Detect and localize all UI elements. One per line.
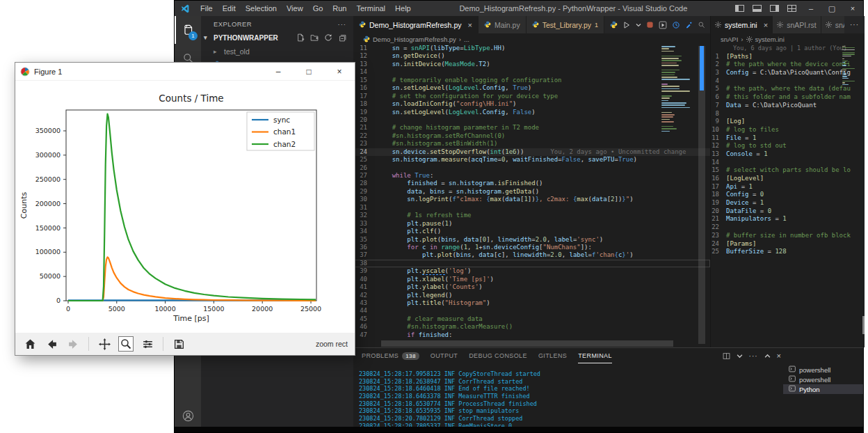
code-text: plt.title("Histogram") xyxy=(377,299,490,307)
jupyter-icon[interactable] xyxy=(646,21,654,29)
right-breadcrumb[interactable]: snAPI › system.ini xyxy=(711,33,865,45)
python-interactive-icon[interactable] xyxy=(610,21,618,29)
tab-system.ini[interactable]: system.ini× xyxy=(711,16,773,33)
close-button[interactable]: × xyxy=(324,63,355,81)
code-line: 14 xyxy=(711,159,865,167)
collapse-all-icon[interactable] xyxy=(338,33,346,42)
terminal-instance-powershell[interactable]: powershell xyxy=(783,375,863,384)
run-python-file-icon[interactable] xyxy=(622,21,631,29)
terminal-instance-powershell[interactable]: powershell xyxy=(783,365,863,375)
panel-more-icon[interactable]: ··· xyxy=(749,352,758,360)
menu-file[interactable]: File xyxy=(195,1,218,16)
explorer-section[interactable]: ▾ PYTHONWRAPPER xyxy=(201,31,353,45)
figure-canvas[interactable]: Counts / Time050001000015000200002500005… xyxy=(15,81,355,333)
maximize-button[interactable]: ▢ xyxy=(821,1,842,16)
code-editor[interactable]: 11 sn = snAPI(libType=LibType.HH)12 sn.g… xyxy=(353,45,710,347)
configure-subplots-icon[interactable] xyxy=(140,336,155,352)
tab-Test_Library.py[interactable]: Test_Library.py1 xyxy=(527,16,604,33)
ini-editor[interactable]: You, 6 days ago | 1 author (You)1[Paths]… xyxy=(711,45,865,347)
back-icon[interactable] xyxy=(44,336,59,352)
toggle-sidebar-icon[interactable] xyxy=(735,5,744,12)
zoom-icon[interactable] xyxy=(118,336,134,352)
breadcrumb[interactable]: Demo_HistogramRefresh.py › ... xyxy=(353,33,710,45)
close-button[interactable]: × xyxy=(842,1,863,16)
split-terminal-icon[interactable] xyxy=(723,352,730,360)
tab-snAPI.rst[interactable]: snAPI.rst xyxy=(773,16,821,33)
save-icon[interactable] xyxy=(171,336,186,352)
panel-tab-debug-console[interactable]: DEBUG CONSOLE xyxy=(469,348,527,363)
explorer-more-icon[interactable]: ··· xyxy=(338,20,347,28)
menu-go[interactable]: Go xyxy=(308,1,328,16)
breadcrumb-file[interactable]: system.ini xyxy=(755,36,785,43)
pan-icon[interactable] xyxy=(97,336,112,352)
figure-titlebar[interactable]: Figure 1 – □ × xyxy=(15,63,355,81)
explorer-view-icon[interactable]: 1 xyxy=(175,16,201,44)
terminal-log-line: 230824_15:28:20.7802129 INF CorrThread s… xyxy=(359,415,783,423)
menu-help[interactable]: Help xyxy=(390,1,416,16)
vertical-scrollbar[interactable] xyxy=(697,45,706,347)
horizontal-scrollbar[interactable] xyxy=(381,340,673,347)
maximize-button[interactable]: □ xyxy=(294,63,324,81)
breadcrumb-folder[interactable]: snAPI xyxy=(721,36,738,43)
code-line: 9[Log] xyxy=(711,118,865,126)
tab-Main.py[interactable]: Main.py xyxy=(479,16,527,33)
new-file-icon[interactable] xyxy=(296,33,305,42)
code-line: 44 xyxy=(353,307,710,315)
breadcrumb-file[interactable]: Demo_HistogramRefresh.py xyxy=(373,36,456,43)
format-icon[interactable] xyxy=(685,21,693,29)
panel-tab-gitlens[interactable]: GITLENS xyxy=(538,348,567,363)
panel-tab-terminal[interactable]: TERMINAL xyxy=(578,348,612,363)
close-tab-icon[interactable]: × xyxy=(467,21,472,29)
toggle-panel-icon[interactable] xyxy=(753,5,762,12)
customize-layout-icon[interactable] xyxy=(787,5,796,12)
tree-item-test_old[interactable]: ▸test_old xyxy=(201,45,353,58)
forward-icon[interactable] xyxy=(65,336,81,352)
run-cell-icon[interactable] xyxy=(659,21,667,29)
menu-run[interactable]: Run xyxy=(328,1,351,16)
vscode-logo-icon xyxy=(181,4,190,13)
line-number: 7 xyxy=(711,102,726,110)
tab-Demo_HistogramRefresh.py[interactable]: Demo_HistogramRefresh.py× xyxy=(353,16,479,33)
account-icon[interactable] xyxy=(175,409,201,423)
line-number: 35 xyxy=(353,236,377,244)
code-text: plt.ylabel('Counts') xyxy=(377,283,483,291)
terminal-output[interactable]: 230824_15:28:17.9958123 INF CopyStoreThr… xyxy=(353,363,783,432)
run-dropdown-chevron-icon[interactable] xyxy=(636,22,641,28)
menu-edit[interactable]: Edit xyxy=(218,1,241,16)
new-folder-icon[interactable] xyxy=(310,33,319,42)
home-icon[interactable] xyxy=(22,336,38,352)
refresh-icon[interactable] xyxy=(324,33,332,42)
code-line: 34 plt.clf() xyxy=(353,228,710,235)
explorer-title: EXPLORER xyxy=(214,20,252,28)
code-text: DataFile = 0 xyxy=(726,207,771,216)
minimize-button[interactable]: – xyxy=(801,1,821,16)
menu-terminal[interactable]: Terminal xyxy=(352,1,391,16)
figure-window: Figure 1 – □ × Counts / Time050001000015… xyxy=(15,63,355,355)
toggle-secondary-sidebar-icon[interactable] xyxy=(770,5,779,12)
bottom-panel: PROBLEMS138OUTPUTDEBUG CONSOLEGITLENSTER… xyxy=(353,347,863,432)
minimap[interactable] xyxy=(661,46,692,133)
code-line: 21Manipulators = 1 xyxy=(711,215,865,223)
panel-tab-output[interactable]: OUTPUT xyxy=(431,348,458,363)
breadcrumb-more[interactable]: ... xyxy=(464,36,469,43)
minimap[interactable] xyxy=(842,46,858,86)
close-panel-icon[interactable]: × xyxy=(777,352,781,360)
tab-snAPI.Uti[interactable]: snAPI.Uti xyxy=(821,16,844,33)
minimize-button[interactable]: – xyxy=(263,63,294,81)
code-line: 28 finished = sn.histogram.isFinished() xyxy=(353,180,710,187)
menu-view[interactable]: View xyxy=(282,1,308,16)
editor-tabs: Demo_HistogramRefresh.py×Main.pyTest_Lib… xyxy=(353,16,710,33)
scrollbar-thumb[interactable] xyxy=(862,316,865,334)
more-tabs-icon[interactable]: ··· xyxy=(850,21,859,29)
terminal-instance-Python[interactable]: Python xyxy=(783,384,863,394)
line-number: 46 xyxy=(353,323,377,331)
close-tab-icon[interactable]: × xyxy=(764,21,768,29)
code-line: 42 plt.legend() xyxy=(353,292,710,299)
scrollbar-thumb[interactable] xyxy=(698,46,705,344)
search-editor-icon[interactable] xyxy=(698,21,705,29)
chevron-down-icon[interactable] xyxy=(737,353,743,359)
menu-selection[interactable]: Selection xyxy=(241,1,282,16)
panel-tab-problems[interactable]: PROBLEMS138 xyxy=(362,348,419,363)
chevron-up-icon[interactable] xyxy=(764,353,771,359)
history-icon[interactable] xyxy=(672,21,680,29)
